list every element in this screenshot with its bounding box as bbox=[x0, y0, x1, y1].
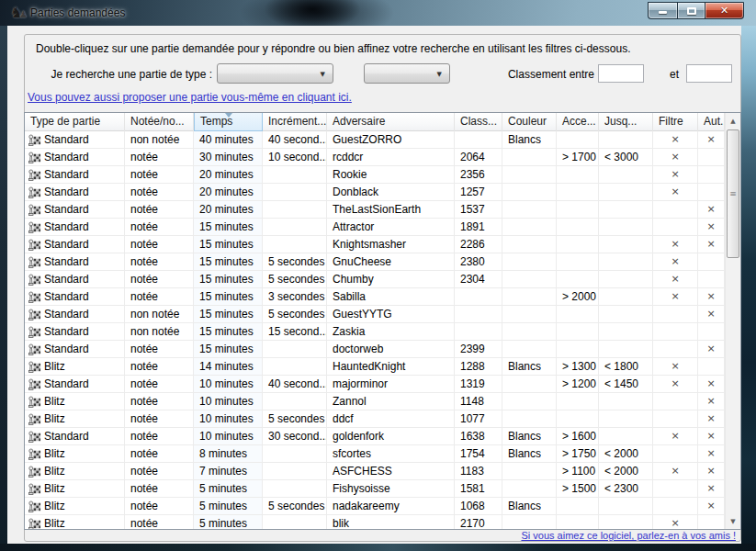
games-table: Type de partieNotée/no...TempsIncrément.… bbox=[24, 112, 741, 530]
chess-pawn-icon bbox=[28, 430, 41, 444]
table-row[interactable]: Standard non notée 40 minutes 40 second.… bbox=[25, 131, 725, 149]
chess-pawn-icon bbox=[28, 465, 41, 478]
table-row[interactable]: Blitz notée 8 minutes sfcortes 1754 Blan… bbox=[25, 445, 725, 463]
chevron-down-icon: ▼ bbox=[321, 71, 325, 78]
instruction-text: Double-cliquez sur une partie demandée p… bbox=[36, 42, 630, 55]
games-table-header: Type de partieNotée/no...TempsIncrément.… bbox=[25, 113, 740, 131]
chess-pawn-icon bbox=[28, 360, 41, 374]
table-row[interactable]: Blitz notée 7 minutes ASFCHESS 1183 > 11… bbox=[25, 463, 725, 480]
table-row[interactable]: Standard notée 15 minutes doctorweb 2399… bbox=[25, 341, 725, 358]
table-row[interactable]: Standard notée 15 minutes Attractor 1891… bbox=[25, 219, 725, 236]
chess-pawn-icon bbox=[28, 308, 41, 321]
share-software-link[interactable]: Si vous aimez ce logiciel, parlez-en à v… bbox=[521, 530, 736, 541]
table-row[interactable]: Blitz notée 14 minutes HauntedKnight 128… bbox=[25, 358, 725, 376]
column-header-above[interactable]: Acce... bbox=[557, 113, 599, 131]
table-row[interactable]: Standard notée 10 minutes 30 second... g… bbox=[25, 428, 725, 445]
close-icon: ✕ bbox=[720, 6, 728, 16]
rating-range-label: Classement entre bbox=[488, 68, 594, 81]
scrollbar-thumb[interactable]: ≡ bbox=[727, 129, 739, 258]
caption-buttons: ✕ bbox=[648, 2, 744, 19]
secondary-filter-dropdown[interactable]: ▼ bbox=[364, 63, 450, 84]
table-row[interactable]: Blitz notée 10 minutes Zannol 1148 × bbox=[25, 393, 725, 410]
games-table-body: Standard non notée 40 minutes 40 second.… bbox=[25, 131, 725, 529]
table-row[interactable]: Standard notée 30 minutes 10 second... r… bbox=[25, 149, 725, 166]
chess-pawn-icon bbox=[28, 238, 41, 252]
table-row[interactable]: Standard non notée 15 minutes 15 second.… bbox=[25, 323, 725, 341]
chess-pawn-icon bbox=[28, 325, 41, 339]
table-row[interactable]: Standard notée 20 minutes Rookie 2356 × bbox=[25, 166, 725, 184]
game-type-dropdown[interactable]: ▼ bbox=[217, 63, 333, 84]
table-row[interactable]: Standard notée 15 minutes 3 secondes Sab… bbox=[25, 288, 725, 306]
chess-pawn-icon bbox=[28, 203, 41, 217]
chess-pawn-icon bbox=[28, 220, 41, 234]
chess-pawn-icon bbox=[28, 447, 41, 461]
window-border-bottom bbox=[0, 544, 756, 551]
chess-pawn-icon bbox=[28, 273, 41, 287]
column-header-increment[interactable]: Incrément... bbox=[263, 113, 327, 131]
chess-pawn-icon bbox=[28, 133, 41, 147]
vertical-scrollbar[interactable]: ▲ ≡ ▼ bbox=[725, 113, 740, 529]
close-button[interactable]: ✕ bbox=[705, 2, 744, 19]
chess-pawn-icon bbox=[28, 482, 41, 496]
sort-descending-icon bbox=[225, 113, 232, 118]
maximize-icon bbox=[687, 7, 696, 15]
client-area: Double-cliquez sur une partie demandée p… bbox=[7, 26, 741, 544]
chess-pawn-icon bbox=[28, 290, 41, 304]
window-parties-demandees: ♞♟ Parties demandées ✕ Double-cliquez su… bbox=[0, 0, 756, 551]
table-row[interactable]: Standard notée 20 minutes Donblack 1257 … bbox=[25, 184, 725, 201]
scroll-down-icon[interactable]: ▼ bbox=[726, 513, 740, 529]
chess-pawn-icon bbox=[28, 151, 41, 164]
table-row[interactable]: Standard notée 15 minutes Knightsmasher … bbox=[25, 236, 725, 253]
chess-pawn-icon bbox=[28, 343, 41, 356]
chess-pawn-icon bbox=[28, 186, 41, 199]
column-header-rating[interactable]: Class... bbox=[455, 113, 502, 131]
chess-pawn-icon bbox=[28, 255, 41, 269]
table-row[interactable]: Blitz notée 5 minutes blik 2170 × bbox=[25, 515, 725, 529]
scroll-up-icon[interactable]: ▲ bbox=[726, 113, 740, 129]
table-row[interactable]: Blitz notée 10 minutes 5 secondes ddcf 1… bbox=[25, 410, 725, 428]
table-row[interactable]: Standard non notée 15 minutes 5 secondes… bbox=[25, 306, 725, 323]
maximize-button[interactable] bbox=[677, 2, 705, 19]
app-chess-icon: ♞♟ bbox=[10, 4, 28, 21]
rating-max-input[interactable] bbox=[686, 64, 732, 83]
column-header-color[interactable]: Couleur bbox=[502, 113, 557, 131]
propose-game-link[interactable]: Vous pouvez aussi proposer une partie vo… bbox=[28, 91, 352, 104]
rating-min-input[interactable] bbox=[598, 64, 644, 83]
chess-pawn-icon bbox=[28, 168, 41, 182]
chess-pawn-icon bbox=[28, 412, 41, 426]
table-row[interactable]: Standard notée 15 minutes 5 secondes Gnu… bbox=[25, 253, 725, 271]
table-row[interactable]: Standard notée 15 minutes 5 secondes Chu… bbox=[25, 271, 725, 288]
chevron-down-icon: ▼ bbox=[437, 71, 442, 78]
table-row[interactable]: Standard notée 10 minutes 40 second... m… bbox=[25, 376, 725, 393]
search-type-label: Je recherche une partie de type : bbox=[25, 68, 212, 81]
column-header-type[interactable]: Type de partie bbox=[25, 113, 125, 131]
column-header-time[interactable]: Temps bbox=[194, 113, 263, 131]
chess-pawn-icon bbox=[28, 517, 41, 530]
table-row[interactable]: Blitz notée 5 minutes 5 secondes nadakar… bbox=[25, 498, 725, 515]
minimize-icon bbox=[659, 11, 667, 14]
column-header-below[interactable]: Jusq... bbox=[599, 113, 653, 131]
table-row[interactable]: Blitz notée 5 minutes Fishysoisse 1581 >… bbox=[25, 480, 725, 498]
window-border-left bbox=[0, 26, 7, 544]
titlebar[interactable]: ♞♟ Parties demandées ✕ bbox=[0, 0, 756, 26]
window-title: Parties demandées bbox=[30, 6, 125, 19]
table-row[interactable]: Standard notée 20 minutes TheLastSionEar… bbox=[25, 201, 725, 219]
column-header-auto[interactable]: Aut... bbox=[698, 113, 725, 131]
et-label: et bbox=[670, 68, 679, 81]
chess-pawn-icon bbox=[28, 377, 41, 391]
content-panel: Double-cliquez sur une partie demandée p… bbox=[24, 34, 741, 542]
column-header-rated[interactable]: Notée/no... bbox=[125, 113, 194, 131]
window-border-right bbox=[741, 26, 756, 544]
column-header-filter[interactable]: Filtre bbox=[653, 113, 698, 131]
column-header-opponent[interactable]: Adversaire bbox=[327, 113, 455, 131]
minimize-button[interactable] bbox=[648, 2, 677, 19]
chess-pawn-icon bbox=[28, 500, 41, 513]
chess-pawn-icon bbox=[28, 395, 41, 409]
